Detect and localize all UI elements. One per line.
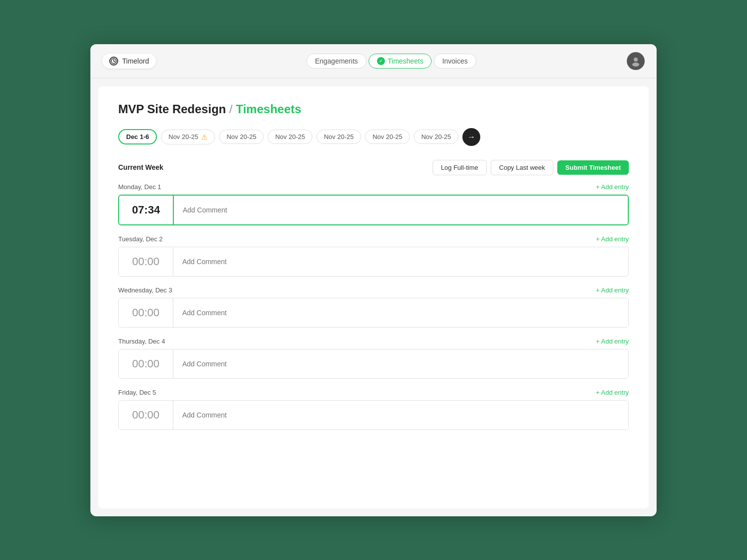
nav-tabs: Engagements ✓ Timesheets Invoices <box>306 54 476 69</box>
week-4[interactable]: Nov 20-25 <box>316 130 361 144</box>
day-label-monday: Monday, Dec 1 <box>118 183 161 191</box>
comment-input-friday[interactable] <box>173 401 628 429</box>
day-section-tuesday: Tuesday, Dec 2+ Add entry <box>118 235 629 277</box>
comment-input-monday[interactable] <box>174 196 628 224</box>
time-row-friday <box>118 400 629 430</box>
week-current[interactable]: Dec 1-6 <box>118 129 157 144</box>
tab-active-check: ✓ <box>377 57 385 65</box>
week-3[interactable]: Nov 20-25 <box>268 130 312 144</box>
top-bar: Timelord Engagements ✓ Timesheets Invoic… <box>90 44 657 78</box>
app-window: Timelord Engagements ✓ Timesheets Invoic… <box>90 44 657 516</box>
submit-timesheet-button[interactable]: Submit Timesheet <box>557 160 629 175</box>
day-section-wednesday: Wednesday, Dec 3+ Add entry <box>118 286 629 328</box>
svg-line-2 <box>114 61 115 62</box>
add-entry-friday[interactable]: + Add entry <box>596 389 629 396</box>
day-header-friday: Friday, Dec 5+ Add entry <box>118 389 629 396</box>
time-input-wednesday[interactable] <box>119 298 173 327</box>
week-selector: Dec 1-6 Nov 20-25 ⚠ Nov 20-25 Nov 20-25 … <box>118 128 629 146</box>
time-input-tuesday[interactable] <box>119 247 173 276</box>
day-label-wednesday: Wednesday, Dec 3 <box>118 286 172 294</box>
week-6[interactable]: Nov 20-25 <box>414 130 458 144</box>
day-section-monday: Monday, Dec 1+ Add entry <box>118 183 629 225</box>
project-name: MVP Site Redesign <box>118 102 226 116</box>
add-entry-thursday[interactable]: + Add entry <box>596 338 629 345</box>
title-slash: / <box>226 102 236 116</box>
comment-input-thursday[interactable] <box>173 350 628 378</box>
logo-area[interactable]: Timelord <box>102 54 156 69</box>
day-header-tuesday: Tuesday, Dec 2+ Add entry <box>118 235 629 243</box>
time-row-wednesday <box>118 298 629 328</box>
day-header-monday: Monday, Dec 1+ Add entry <box>118 183 629 191</box>
time-row-tuesday <box>118 247 629 277</box>
next-week-arrow[interactable]: → <box>462 128 480 146</box>
day-header-wednesday: Wednesday, Dec 3+ Add entry <box>118 286 629 294</box>
section-name: Timesheets <box>236 102 301 116</box>
days-container: Monday, Dec 1+ Add entryTuesday, Dec 2+ … <box>118 183 629 430</box>
page-title: MVP Site Redesign / Timesheets <box>118 102 629 116</box>
svg-point-3 <box>634 58 638 62</box>
add-entry-wednesday[interactable]: + Add entry <box>596 286 629 294</box>
svg-point-4 <box>632 63 639 67</box>
add-entry-monday[interactable]: + Add entry <box>596 183 629 191</box>
time-input-monday[interactable] <box>119 196 174 224</box>
day-label-tuesday: Tuesday, Dec 2 <box>118 235 163 243</box>
warning-icon: ⚠ <box>201 133 208 141</box>
current-week-label: Current Week <box>118 163 163 171</box>
comment-input-wednesday[interactable] <box>173 298 628 327</box>
tab-engagements[interactable]: Engagements <box>306 54 366 69</box>
tab-invoices[interactable]: Invoices <box>434 54 476 69</box>
week-5[interactable]: Nov 20-25 <box>365 130 410 144</box>
time-row-monday <box>118 195 629 225</box>
clock-icon <box>109 57 118 66</box>
week-header: Current Week Log Full-time Copy Last wee… <box>118 160 629 175</box>
copy-last-week-button[interactable]: Copy Last week <box>491 160 554 175</box>
week-actions: Log Full-time Copy Last week Submit Time… <box>433 160 629 175</box>
time-input-thursday[interactable] <box>119 350 173 378</box>
week-2[interactable]: Nov 20-25 <box>219 130 264 144</box>
add-entry-tuesday[interactable]: + Add entry <box>596 235 629 243</box>
log-fulltime-button[interactable]: Log Full-time <box>433 160 487 175</box>
comment-input-tuesday[interactable] <box>173 247 628 276</box>
main-content: MVP Site Redesign / Timesheets Dec 1-6 N… <box>98 86 649 508</box>
avatar[interactable] <box>627 52 645 70</box>
day-section-thursday: Thursday, Dec 4+ Add entry <box>118 338 629 379</box>
logo-label: Timelord <box>122 57 149 65</box>
tab-timesheets[interactable]: ✓ Timesheets <box>369 54 432 69</box>
day-header-thursday: Thursday, Dec 4+ Add entry <box>118 338 629 345</box>
time-input-friday[interactable] <box>119 401 173 429</box>
time-row-thursday <box>118 349 629 379</box>
day-section-friday: Friday, Dec 5+ Add entry <box>118 389 629 430</box>
day-label-friday: Friday, Dec 5 <box>118 389 156 396</box>
week-1[interactable]: Nov 20-25 ⚠ <box>161 130 215 144</box>
day-label-thursday: Thursday, Dec 4 <box>118 338 165 345</box>
